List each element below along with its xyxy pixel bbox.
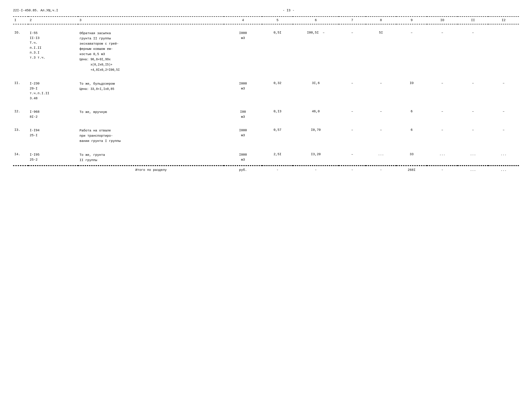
col-header-11: II: [458, 16, 488, 24]
unit-11: I000м3: [224, 79, 262, 103]
unit-10: I000м3: [224, 29, 262, 75]
price-10: Цена: 96,8+9I,99х х(0,2х0,I5)+ +4,8Iх0,2…: [79, 58, 120, 71]
total-col10: -: [427, 166, 458, 174]
row-code-13: I-I94 25-I: [28, 126, 78, 146]
price-11: Цена: 33,8+I,Iх0,85: [79, 87, 114, 91]
spacer-i3: [13, 122, 519, 126]
total-row: Итого по разделу руб. - - - - 268I - ...…: [13, 166, 519, 174]
spacer-top: [13, 24, 519, 29]
total-empty2: [28, 166, 78, 174]
row-num-10: IO.: [13, 29, 28, 75]
col-header-9: 9: [396, 16, 427, 24]
col-header-2: 2: [28, 16, 78, 24]
col8-12: –: [366, 108, 396, 122]
unit-12: I00м3: [224, 108, 262, 122]
total-col12: ...: [488, 166, 519, 174]
row-num-14: I4.: [13, 150, 28, 165]
col6-11: 3I,6: [293, 79, 339, 103]
col11-13: –: [458, 126, 488, 146]
col12-12: –: [488, 108, 519, 122]
header-left: 22I-I-450.85. Ал.УШ,ч.I: [13, 9, 58, 12]
col12-10: [488, 29, 519, 75]
col7-14: –: [339, 150, 366, 165]
row-num-11: II.: [13, 79, 28, 103]
col-header-5: 5: [262, 16, 293, 24]
col8-14: ...: [366, 150, 396, 165]
col-header-4: 4: [224, 16, 262, 24]
spacer-i4: [13, 146, 519, 150]
col10-11: –: [427, 79, 458, 103]
row-desc-11: То же, бульдозером Цена: 33,8+I,Iх0,85: [78, 79, 224, 103]
col10-13: –: [427, 126, 458, 146]
table-row: I4. I-I95 25-2 То же, грунта II группы I…: [13, 150, 519, 165]
col7-13: –: [339, 126, 366, 146]
col7-12: –: [339, 108, 366, 122]
col6-10: I00,5I –: [293, 29, 339, 75]
col11-10: –: [458, 29, 488, 75]
total-col8: -: [366, 166, 396, 174]
row-num-12: I2.: [13, 108, 28, 122]
col11-14: ...: [458, 150, 488, 165]
col9-11: IO: [396, 79, 427, 103]
col12-14: ...: [488, 150, 519, 165]
total-col7: -: [339, 166, 366, 174]
col-header-12: I2: [488, 16, 519, 24]
table-row: I2. I-968 8I-2 То же, вручную I00м3 0,I3…: [13, 108, 519, 122]
col-header-10: IO: [427, 16, 458, 24]
col-header-3: 3: [78, 16, 224, 24]
spacer-i2: [13, 103, 519, 108]
col-header-7: 7: [339, 16, 366, 24]
table-row: IO. I-55 II-I3 Т.ч. п.I.II п.3.I т.3 т.ч…: [13, 29, 519, 75]
total-label: Итого по разделу: [78, 166, 224, 174]
total-unit: руб.: [224, 166, 262, 174]
table-row: I3. I-I94 25-I Работа на отвале при тран…: [13, 126, 519, 146]
col5-10: 0,5I: [262, 29, 293, 75]
col-header-1: I: [13, 16, 28, 24]
table-row: II. I-230 29-I т.ч.п.I.II 3.48 То же, бу…: [13, 79, 519, 103]
header-center: - I3 -: [58, 9, 519, 12]
total-col11: ...: [458, 166, 488, 174]
row-num-13: I3.: [13, 126, 28, 146]
col6-14: I3,20: [293, 150, 339, 165]
col7-11: –: [339, 79, 366, 103]
col8-11: –: [366, 79, 396, 103]
col8-13: –: [366, 126, 396, 146]
col9-14: 33: [396, 150, 427, 165]
total-col9: 268I: [396, 166, 427, 174]
col9-12: 6: [396, 108, 427, 122]
col8-10: 5I: [366, 29, 396, 75]
col10-12: –: [427, 108, 458, 122]
unit-13: I000м3: [224, 126, 262, 146]
row-desc-10: Обратная засыпка грунта II группы экскав…: [78, 29, 224, 75]
row-code-12: I-968 8I-2: [28, 108, 78, 122]
col12-13: –: [488, 126, 519, 146]
row-desc-14: То же, грунта II группы: [78, 150, 224, 165]
col-header-6: 6: [293, 16, 339, 24]
total-col6: -: [293, 166, 339, 174]
col11-11: –: [458, 79, 488, 103]
col11-12: –: [458, 108, 488, 122]
row-code-14: I-I95 25-2: [28, 150, 78, 165]
col12-11: –: [488, 79, 519, 103]
main-table: I 2 3 4 5 6 7 8 9 IO II I2 IO. I-55 II-I…: [13, 16, 519, 174]
col5-14: 2,5I: [262, 150, 293, 165]
row-desc-12: То же, вручную: [78, 108, 224, 122]
col10-10: –: [427, 29, 458, 75]
row-code-11: I-230 29-I т.ч.п.I.II 3.48: [28, 79, 78, 103]
row-code-10: I-55 II-I3 Т.ч. п.I.II п.3.I т.3 т.ч.: [28, 29, 78, 75]
col10-14: ...: [427, 150, 458, 165]
col7-10: –: [339, 29, 366, 75]
col5-12: 0,I3: [262, 108, 293, 122]
col6-12: 46,0: [293, 108, 339, 122]
total-empty1: [13, 166, 28, 174]
total-col5: -: [262, 166, 293, 174]
column-header-row: I 2 3 4 5 6 7 8 9 IO II I2: [13, 16, 519, 24]
col9-13: 6: [396, 126, 427, 146]
page-header: 22I-I-450.85. Ал.УШ,ч.I - I3 -: [13, 9, 519, 12]
col9-10: –: [396, 29, 427, 75]
col5-13: 0,57: [262, 126, 293, 146]
spacer-ii: [13, 75, 519, 79]
unit-14: I000м3: [224, 150, 262, 165]
row-desc-13: Работа на отвале при транспортиро- вании…: [78, 126, 224, 146]
col-header-8: 8: [366, 16, 396, 24]
